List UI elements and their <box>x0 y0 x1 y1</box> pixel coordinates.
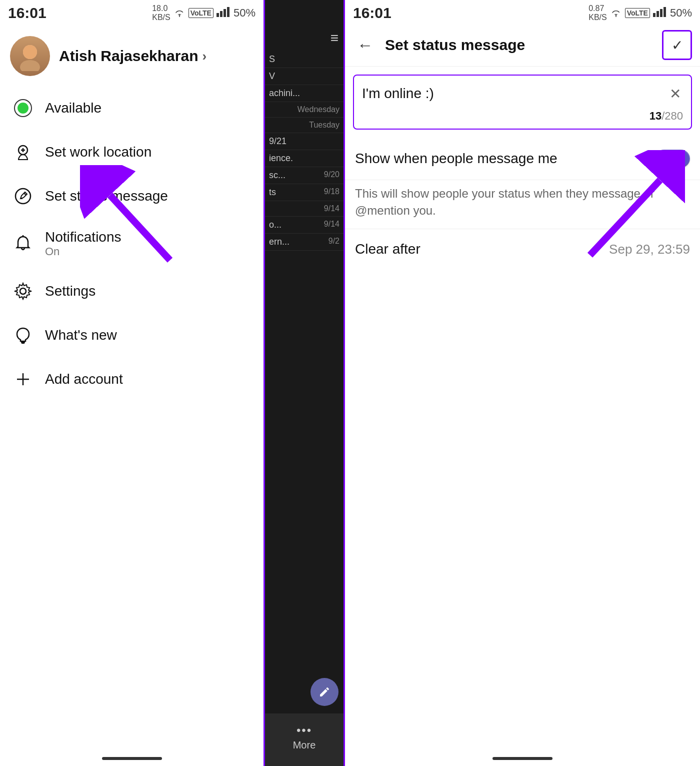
toggle-knob <box>673 151 689 167</box>
list-item[interactable]: ern...9/2 <box>265 234 344 251</box>
list-item[interactable]: ience. <box>265 150 344 167</box>
left-panel: 16:01 18.0KB/S VoLTE 50% <box>0 0 265 766</box>
hamburger-icon[interactable]: ≡ <box>330 30 338 46</box>
clear-after-row[interactable]: Clear after Sep 29, 23:59 <box>345 229 700 269</box>
middle-panel: ≡ S V achini... Wednesday Tuesday 9/21 i… <box>265 0 345 766</box>
menu-item-add-account[interactable]: Add account <box>0 357 264 401</box>
more-label[interactable]: More <box>293 739 316 751</box>
clear-after-label: Clear after <box>355 241 420 257</box>
list-item: Wednesday <box>265 102 344 118</box>
page-title: Set status message <box>385 37 654 54</box>
svg-rect-20 <box>653 13 656 17</box>
battery-icon-right: 50% <box>670 7 692 20</box>
profile-section[interactable]: Atish Rajasekharan › <box>0 24 264 86</box>
check-icon: ✓ <box>672 37 683 54</box>
list-item[interactable]: S <box>265 51 344 68</box>
char-count-current: 13 <box>650 110 662 122</box>
list-item[interactable]: V <box>265 68 344 85</box>
signal-icon-right <box>653 7 667 20</box>
menu-item-whats-new[interactable]: What's new <box>0 313 264 357</box>
location-plus-icon <box>12 141 34 163</box>
notifications-label: Notifications <box>45 229 122 245</box>
list-item[interactable]: o...9/14 <box>265 217 344 234</box>
available-label: Available <box>45 100 102 116</box>
status-icons-left: 18.0KB/S VoLTE 50% <box>152 4 256 22</box>
status-message-input-box[interactable]: I'm online :) ✕ 13/280 <box>353 75 692 130</box>
top-bar: ← Set status message ✓ <box>345 24 700 67</box>
char-count-max: 280 <box>664 110 683 122</box>
right-panel: 16:01 0.87KB/S VoLTE 50% ← Set status me… <box>345 0 700 766</box>
menu-item-set-work-location[interactable]: Set work location <box>0 130 264 174</box>
status-input-row: I'm online :) ✕ <box>362 86 683 102</box>
settings-label: Settings <box>45 283 96 299</box>
status-icons-right: 0.87KB/S VoLTE 50% <box>588 4 692 22</box>
bell-icon <box>12 233 34 255</box>
set-status-message-label: Set status message <box>45 188 168 204</box>
status-message-text[interactable]: I'm online :) <box>362 86 668 102</box>
svg-rect-2 <box>224 9 226 17</box>
volte-icon: VoLTE <box>188 8 214 18</box>
svg-rect-1 <box>220 11 222 17</box>
gear-icon <box>12 280 34 302</box>
wifi-icon <box>174 7 186 20</box>
back-button[interactable]: ← <box>353 34 377 57</box>
data-speed-right: 0.87KB/S <box>588 4 606 22</box>
set-work-location-label: Set work location <box>45 144 152 160</box>
svg-point-14 <box>20 288 26 294</box>
status-bar-left: 16:01 18.0KB/S VoLTE 50% <box>0 0 264 24</box>
svg-rect-0 <box>216 13 219 17</box>
time-right: 16:01 <box>353 5 392 22</box>
add-account-label: Add account <box>45 371 123 387</box>
home-indicator-right <box>492 757 552 760</box>
pencil-circle-icon <box>12 185 34 207</box>
battery-icon: 50% <box>234 7 256 20</box>
more-dots-icon: ••• <box>296 723 312 737</box>
menu-item-notifications[interactable]: Notifications On <box>0 218 264 269</box>
notifications-sublabel: On <box>45 245 122 258</box>
data-speed-left: 18.0KB/S <box>152 4 170 22</box>
volte-icon-right: VoLTE <box>625 8 650 18</box>
confirm-button[interactable]: ✓ <box>662 30 692 60</box>
show-when-label: Show when people message me <box>355 151 558 167</box>
status-bar-right: 16:01 0.87KB/S VoLTE 50% <box>345 0 700 24</box>
list-item[interactable]: sc...9/20 <box>265 167 344 184</box>
clear-input-button[interactable]: ✕ <box>668 86 683 102</box>
svg-rect-3 <box>227 7 230 17</box>
list-item[interactable]: 9/14 <box>265 201 344 217</box>
wifi-icon-right <box>610 7 622 20</box>
menu-item-settings[interactable]: Settings <box>0 269 264 313</box>
profile-chevron: › <box>202 49 206 64</box>
home-indicator-left <box>102 757 162 760</box>
signal-icon <box>216 7 230 20</box>
svg-point-10 <box>16 189 30 204</box>
middle-bottom-bar: ••• More <box>265 713 344 766</box>
whats-new-label: What's new <box>45 327 117 343</box>
clear-after-value: Sep 29, 23:59 <box>609 242 690 257</box>
profile-name[interactable]: Atish Rajasekharan › <box>59 48 206 65</box>
menu-list: Available Set work location <box>0 86 264 401</box>
svg-rect-23 <box>664 7 666 17</box>
notifications-label-wrap: Notifications On <box>45 229 122 258</box>
show-when-toggle[interactable] <box>655 150 690 168</box>
svg-point-5 <box>20 60 40 71</box>
list-item[interactable]: ts9/18 <box>265 184 344 201</box>
list-item[interactable]: achini... <box>265 85 344 102</box>
lightbulb-icon <box>12 324 34 346</box>
avatar <box>10 36 50 76</box>
menu-item-available[interactable]: Available <box>0 86 264 130</box>
chat-list: S V achini... Wednesday Tuesday 9/21 ien… <box>265 51 344 251</box>
svg-point-6 <box>23 45 37 59</box>
available-icon <box>12 97 34 119</box>
compose-fab[interactable] <box>310 678 338 706</box>
svg-rect-22 <box>660 9 662 17</box>
menu-item-set-status-message[interactable]: Set status message <box>0 174 264 218</box>
char-count: 13/280 <box>362 110 683 123</box>
time-left: 16:01 <box>8 5 46 22</box>
list-item: Tuesday <box>265 118 344 133</box>
list-item[interactable]: 9/21 <box>265 133 344 150</box>
middle-header: ≡ <box>265 0 344 51</box>
plus-icon <box>12 368 34 390</box>
show-when-description: This will show people your status when t… <box>345 180 700 229</box>
svg-rect-21 <box>656 11 659 17</box>
show-when-row: Show when people message me <box>345 138 700 180</box>
